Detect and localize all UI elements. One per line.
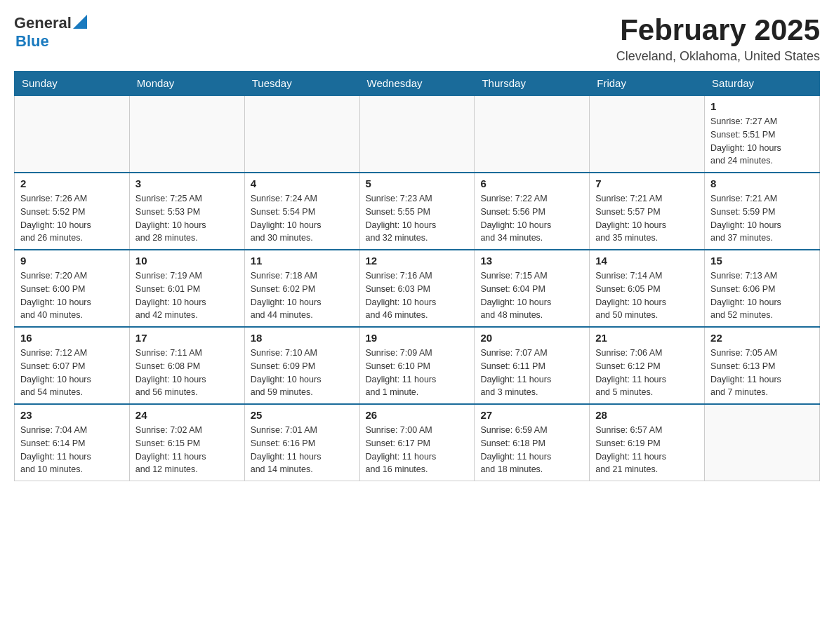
day-sun-info: Sunrise: 7:10 AMSunset: 6:09 PMDaylight:… — [251, 347, 354, 399]
day-number: 9 — [20, 255, 124, 267]
day-sun-info: Sunrise: 7:02 AMSunset: 6:15 PMDaylight:… — [135, 424, 239, 476]
calendar-cell: 4Sunrise: 7:24 AMSunset: 5:54 PMDaylight… — [244, 173, 359, 250]
calendar-cell: 10Sunrise: 7:19 AMSunset: 6:01 PMDayligh… — [129, 250, 244, 327]
day-sun-info: Sunrise: 6:59 AMSunset: 6:18 PMDaylight:… — [480, 424, 583, 476]
day-number: 11 — [251, 255, 354, 267]
location-subtitle: Cleveland, Oklahoma, United States — [616, 49, 820, 64]
calendar-cell: 2Sunrise: 7:26 AMSunset: 5:52 PMDaylight… — [15, 173, 130, 250]
day-sun-info: Sunrise: 7:23 AMSunset: 5:55 PMDaylight:… — [366, 192, 469, 245]
title-section: February 2025 Cleveland, Oklahoma, Unite… — [616, 14, 820, 64]
calendar-week-row: 16Sunrise: 7:12 AMSunset: 6:07 PMDayligh… — [15, 327, 820, 404]
day-number: 26 — [366, 409, 469, 421]
calendar-cell — [590, 95, 705, 173]
calendar-header-wednesday: Wednesday — [359, 72, 475, 96]
day-sun-info: Sunrise: 7:00 AMSunset: 6:17 PMDaylight:… — [366, 424, 469, 476]
day-sun-info: Sunrise: 7:05 AMSunset: 6:13 PMDaylight:… — [710, 347, 814, 399]
calendar-cell: 5Sunrise: 7:23 AMSunset: 5:55 PMDaylight… — [359, 173, 475, 250]
day-number: 18 — [251, 332, 354, 344]
day-number: 8 — [710, 177, 814, 189]
calendar-cell: 23Sunrise: 7:04 AMSunset: 6:14 PMDayligh… — [15, 404, 130, 481]
day-sun-info: Sunrise: 7:21 AMSunset: 5:57 PMDaylight:… — [595, 192, 699, 245]
calendar-header-thursday: Thursday — [475, 72, 590, 96]
calendar-cell: 18Sunrise: 7:10 AMSunset: 6:09 PMDayligh… — [244, 327, 359, 404]
calendar-cell: 3Sunrise: 7:25 AMSunset: 5:53 PMDaylight… — [129, 173, 244, 250]
calendar-cell — [475, 95, 590, 173]
day-number: 14 — [595, 255, 699, 267]
day-number: 7 — [595, 177, 699, 189]
calendar-cell: 19Sunrise: 7:09 AMSunset: 6:10 PMDayligh… — [359, 327, 475, 404]
day-sun-info: Sunrise: 7:26 AMSunset: 5:52 PMDaylight:… — [20, 192, 124, 245]
calendar-cell: 24Sunrise: 7:02 AMSunset: 6:15 PMDayligh… — [129, 404, 244, 481]
calendar-cell: 12Sunrise: 7:16 AMSunset: 6:03 PMDayligh… — [359, 250, 475, 327]
day-number: 5 — [366, 177, 469, 189]
day-number: 21 — [595, 332, 699, 344]
calendar-cell: 28Sunrise: 6:57 AMSunset: 6:19 PMDayligh… — [590, 404, 705, 481]
day-number: 13 — [480, 255, 583, 267]
calendar-cell: 17Sunrise: 7:11 AMSunset: 6:08 PMDayligh… — [129, 327, 244, 404]
calendar-cell: 8Sunrise: 7:21 AMSunset: 5:59 PMDaylight… — [705, 173, 820, 250]
day-sun-info: Sunrise: 7:11 AMSunset: 6:08 PMDaylight:… — [135, 347, 239, 399]
day-sun-info: Sunrise: 7:01 AMSunset: 6:16 PMDaylight:… — [251, 424, 354, 476]
calendar-cell — [359, 95, 475, 173]
logo-triangle-icon — [73, 15, 88, 30]
day-number: 6 — [480, 177, 583, 189]
calendar-week-row: 23Sunrise: 7:04 AMSunset: 6:14 PMDayligh… — [15, 404, 820, 481]
day-sun-info: Sunrise: 7:16 AMSunset: 6:03 PMDaylight:… — [366, 269, 469, 322]
day-number: 25 — [251, 409, 354, 421]
calendar-cell: 9Sunrise: 7:20 AMSunset: 6:00 PMDaylight… — [15, 250, 130, 327]
logo: General Blue — [14, 14, 88, 51]
day-sun-info: Sunrise: 7:04 AMSunset: 6:14 PMDaylight:… — [20, 424, 124, 476]
day-number: 12 — [366, 255, 469, 267]
page-header: General Blue February 2025 Cleveland, Ok… — [14, 14, 820, 64]
calendar-cell: 26Sunrise: 7:00 AMSunset: 6:17 PMDayligh… — [359, 404, 475, 481]
calendar-week-row: 2Sunrise: 7:26 AMSunset: 5:52 PMDaylight… — [15, 173, 820, 250]
day-number: 15 — [710, 255, 814, 267]
day-sun-info: Sunrise: 7:27 AMSunset: 5:51 PMDaylight:… — [710, 115, 814, 168]
day-number: 20 — [480, 332, 583, 344]
logo-general-text: General — [14, 14, 72, 32]
day-sun-info: Sunrise: 7:19 AMSunset: 6:01 PMDaylight:… — [135, 269, 239, 322]
day-sun-info: Sunrise: 7:06 AMSunset: 6:12 PMDaylight:… — [595, 347, 699, 399]
calendar-cell: 20Sunrise: 7:07 AMSunset: 6:11 PMDayligh… — [475, 327, 590, 404]
calendar-header-row: SundayMondayTuesdayWednesdayThursdayFrid… — [15, 72, 820, 96]
calendar-cell: 6Sunrise: 7:22 AMSunset: 5:56 PMDaylight… — [475, 173, 590, 250]
calendar-cell: 16Sunrise: 7:12 AMSunset: 6:07 PMDayligh… — [15, 327, 130, 404]
calendar-header-monday: Monday — [129, 72, 244, 96]
calendar-header-sunday: Sunday — [15, 72, 130, 96]
svg-marker-0 — [73, 15, 87, 29]
day-number: 17 — [135, 332, 239, 344]
day-sun-info: Sunrise: 7:21 AMSunset: 5:59 PMDaylight:… — [710, 192, 814, 245]
calendar-header-friday: Friday — [590, 72, 705, 96]
day-sun-info: Sunrise: 7:25 AMSunset: 5:53 PMDaylight:… — [135, 192, 239, 245]
calendar-cell: 13Sunrise: 7:15 AMSunset: 6:04 PMDayligh… — [475, 250, 590, 327]
day-sun-info: Sunrise: 6:57 AMSunset: 6:19 PMDaylight:… — [595, 424, 699, 476]
month-title: February 2025 — [616, 14, 820, 46]
day-sun-info: Sunrise: 7:22 AMSunset: 5:56 PMDaylight:… — [480, 192, 583, 245]
day-sun-info: Sunrise: 7:07 AMSunset: 6:11 PMDaylight:… — [480, 347, 583, 399]
calendar-cell: 11Sunrise: 7:18 AMSunset: 6:02 PMDayligh… — [244, 250, 359, 327]
day-sun-info: Sunrise: 7:14 AMSunset: 6:05 PMDaylight:… — [595, 269, 699, 322]
calendar-cell: 27Sunrise: 6:59 AMSunset: 6:18 PMDayligh… — [475, 404, 590, 481]
day-number: 28 — [595, 409, 699, 421]
calendar-table: SundayMondayTuesdayWednesdayThursdayFrid… — [14, 71, 820, 481]
logo-blue-text: Blue — [15, 32, 49, 51]
calendar-cell: 1Sunrise: 7:27 AMSunset: 5:51 PMDaylight… — [705, 95, 820, 173]
calendar-cell: 14Sunrise: 7:14 AMSunset: 6:05 PMDayligh… — [590, 250, 705, 327]
day-sun-info: Sunrise: 7:24 AMSunset: 5:54 PMDaylight:… — [251, 192, 354, 245]
calendar-header-saturday: Saturday — [705, 72, 820, 96]
calendar-cell: 7Sunrise: 7:21 AMSunset: 5:57 PMDaylight… — [590, 173, 705, 250]
day-sun-info: Sunrise: 7:18 AMSunset: 6:02 PMDaylight:… — [251, 269, 354, 322]
calendar-cell — [244, 95, 359, 173]
day-number: 19 — [366, 332, 469, 344]
day-sun-info: Sunrise: 7:15 AMSunset: 6:04 PMDaylight:… — [480, 269, 583, 322]
day-number: 22 — [710, 332, 814, 344]
day-number: 2 — [20, 177, 124, 189]
day-sun-info: Sunrise: 7:13 AMSunset: 6:06 PMDaylight:… — [710, 269, 814, 322]
day-number: 16 — [20, 332, 124, 344]
day-number: 4 — [251, 177, 354, 189]
day-sun-info: Sunrise: 7:09 AMSunset: 6:10 PMDaylight:… — [366, 347, 469, 399]
calendar-week-row: 1Sunrise: 7:27 AMSunset: 5:51 PMDaylight… — [15, 95, 820, 173]
calendar-cell: 21Sunrise: 7:06 AMSunset: 6:12 PMDayligh… — [590, 327, 705, 404]
calendar-cell — [15, 95, 130, 173]
day-number: 10 — [135, 255, 239, 267]
